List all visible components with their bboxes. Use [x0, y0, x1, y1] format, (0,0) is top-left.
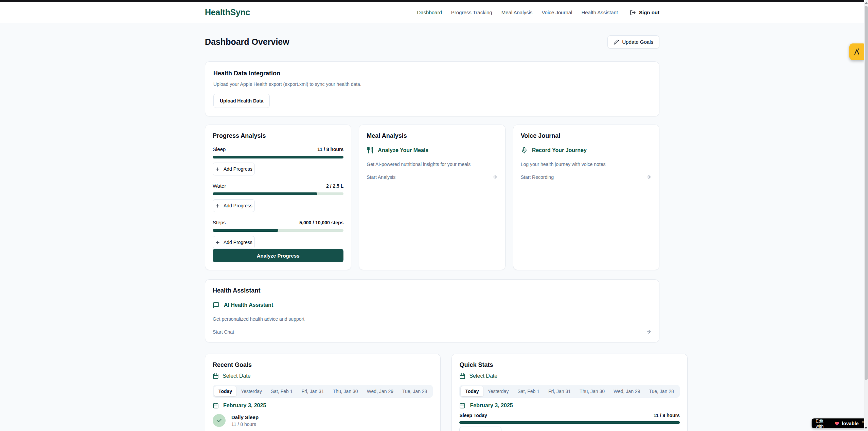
tab-fri-jan-31[interactable]: Fri, Jan 31 — [297, 386, 329, 396]
selected-date[interactable]: February 3, 2025 — [459, 402, 679, 409]
recent-goals-card: Recent Goals Select Date Today Yesterday… — [205, 354, 441, 431]
tab-wed-jan-29[interactable]: Wed, Jan 29 — [609, 386, 644, 396]
card-title: Recent Goals — [213, 361, 433, 369]
main-content: Dashboard Overview Update Goals Health D… — [205, 23, 659, 431]
metric-label: Water — [213, 183, 226, 189]
calendar-icon — [213, 402, 219, 409]
record-your-journey-link[interactable]: Record Your Journey — [521, 147, 652, 154]
progress-bar-track — [213, 229, 343, 232]
stat-value: 11 / 8 hours — [654, 413, 680, 418]
progress-bar-fill — [213, 156, 343, 158]
calendar-icon — [459, 373, 465, 379]
close-icon[interactable]: × — [862, 420, 864, 424]
floating-assistant-badge[interactable] — [849, 43, 864, 60]
metric-water: Water 2 / 2.5 L Add Progress — [213, 183, 343, 212]
scrollbar-down-arrow-icon[interactable] — [865, 427, 867, 429]
progress-bar-fill — [213, 192, 317, 195]
tab-today[interactable]: Today — [214, 386, 236, 396]
tab-today[interactable]: Today — [461, 386, 483, 396]
goal-name: Daily Sleep — [231, 414, 259, 420]
metric-label: Steps — [213, 220, 226, 225]
upload-health-data-button[interactable]: Upload Health Data — [213, 94, 270, 108]
update-goals-button[interactable]: Update Goals — [607, 35, 659, 49]
analyze-progress-button[interactable]: Analyze Progress — [213, 249, 343, 262]
selected-date[interactable]: February 3, 2025 — [213, 402, 433, 409]
date-tab-strip: Today Yesterday Sat, Feb 1 Fri, Jan 31 T… — [459, 385, 679, 398]
tab-tue-jan-28[interactable]: Tue, Jan 28 — [398, 386, 431, 396]
pencil-icon — [614, 39, 619, 45]
progress-bar-track — [213, 156, 343, 158]
plus-icon — [215, 240, 220, 245]
utensils-icon — [367, 147, 373, 154]
ai-health-assistant-link[interactable]: AI Health Assistant — [213, 302, 652, 308]
date-tab-strip: Today Yesterday Sat, Feb 1 Fri, Jan 31 T… — [213, 385, 433, 398]
goal-value: 11 / 8 hours — [231, 421, 259, 427]
add-progress-button[interactable]: Add Progress — [459, 427, 501, 431]
card-description: Get AI-powered nutritional insights for … — [367, 162, 497, 167]
metric-value: 5,000 / 10,000 steps — [299, 220, 343, 225]
analyze-your-meals-link[interactable]: Analyze Your Meals — [367, 147, 497, 154]
tab-tue-jan-28[interactable]: Tue, Jan 28 — [644, 386, 678, 396]
select-date-button[interactable]: Select Date — [459, 373, 497, 379]
tab-wed-jan-29[interactable]: Wed, Jan 29 — [362, 386, 398, 396]
plus-icon — [215, 203, 220, 208]
metric-sleep: Sleep 11 / 8 hours Add Progress — [213, 146, 343, 175]
quick-stats-card: Quick Stats Select Date Today Yesterday … — [451, 354, 687, 431]
add-progress-button[interactable]: Add Progress — [213, 163, 255, 175]
start-chat-action[interactable]: Start Chat — [213, 329, 652, 335]
health-data-integration-card: Health Data Integration Upload your Appl… — [205, 61, 659, 116]
tab-sat-feb-1[interactable]: Sat, Feb 1 — [513, 386, 544, 396]
logout-icon — [630, 10, 636, 16]
nav-meal-analysis[interactable]: Meal Analysis — [501, 10, 533, 15]
tab-yesterday[interactable]: Yesterday — [483, 386, 513, 396]
chat-bubble-icon — [213, 302, 219, 308]
microphone-icon — [521, 147, 528, 154]
add-progress-button[interactable]: Add Progress — [213, 199, 255, 212]
voice-journal-card: Voice Journal Record Your Journey Log yo… — [513, 125, 659, 270]
progress-bar-track — [213, 192, 343, 195]
nav-progress-tracking[interactable]: Progress Tracking — [451, 10, 492, 15]
page-scrollbar[interactable] — [864, 0, 868, 431]
start-recording-action[interactable]: Start Recording — [521, 174, 652, 180]
scrollbar-up-arrow-icon[interactable] — [865, 2, 868, 4]
card-description: Upload your Apple Health export (export.… — [213, 81, 651, 87]
health-assistant-card: Health Assistant AI Health Assistant Get… — [205, 279, 659, 342]
card-title: Progress Analysis — [213, 132, 343, 139]
arrow-right-icon — [646, 329, 652, 335]
nav-health-assistant[interactable]: Health Assistant — [581, 10, 618, 15]
card-title: Health Assistant — [213, 287, 652, 294]
stat-label: Sleep Today — [459, 413, 487, 418]
tab-thu-jan-30[interactable]: Thu, Jan 30 — [575, 386, 609, 396]
arrow-right-icon — [646, 174, 652, 180]
metric-steps: Steps 5,000 / 10,000 steps Add Progress — [213, 220, 343, 249]
tab-yesterday[interactable]: Yesterday — [236, 386, 266, 396]
card-title: Voice Journal — [521, 132, 652, 139]
check-circle-icon — [213, 414, 226, 427]
select-date-button[interactable]: Select Date — [213, 373, 251, 379]
tab-fri-jan-31[interactable]: Fri, Jan 31 — [544, 386, 575, 396]
app-header: HealthSync Dashboard Progress Tracking M… — [0, 2, 864, 23]
arrow-right-icon — [492, 174, 498, 180]
meal-analysis-card: Meal Analysis Analyze Your Meals Get AI-… — [359, 125, 505, 270]
metric-label: Sleep — [213, 146, 226, 152]
heart-icon — [834, 421, 839, 426]
add-progress-button[interactable]: Add Progress — [213, 236, 255, 249]
scrollbar-thumb[interactable] — [865, 6, 868, 380]
card-title: Health Data Integration — [213, 70, 651, 77]
tab-sat-feb-1[interactable]: Sat, Feb 1 — [266, 386, 297, 396]
progress-bar-fill — [459, 421, 679, 424]
sign-out-button[interactable]: Sign out — [630, 10, 659, 16]
sign-out-label: Sign out — [639, 10, 659, 15]
calendar-icon — [213, 373, 219, 379]
edit-with-lovable-badge[interactable]: Edit with lovable × — [812, 418, 868, 428]
card-description: Log your health journey with voice notes — [521, 162, 652, 167]
progress-analysis-card: Progress Analysis Sleep 11 / 8 hours Add… — [205, 125, 351, 270]
nav-dashboard[interactable]: Dashboard — [417, 10, 442, 15]
card-title: Meal Analysis — [367, 132, 497, 139]
page-title: Dashboard Overview — [205, 37, 289, 47]
nav-voice-journal[interactable]: Voice Journal — [542, 10, 572, 15]
start-analysis-action[interactable]: Start Analysis — [367, 174, 497, 180]
calendar-icon — [459, 402, 465, 409]
app-logo[interactable]: HealthSync — [205, 7, 250, 17]
tab-thu-jan-30[interactable]: Thu, Jan 30 — [329, 386, 362, 396]
